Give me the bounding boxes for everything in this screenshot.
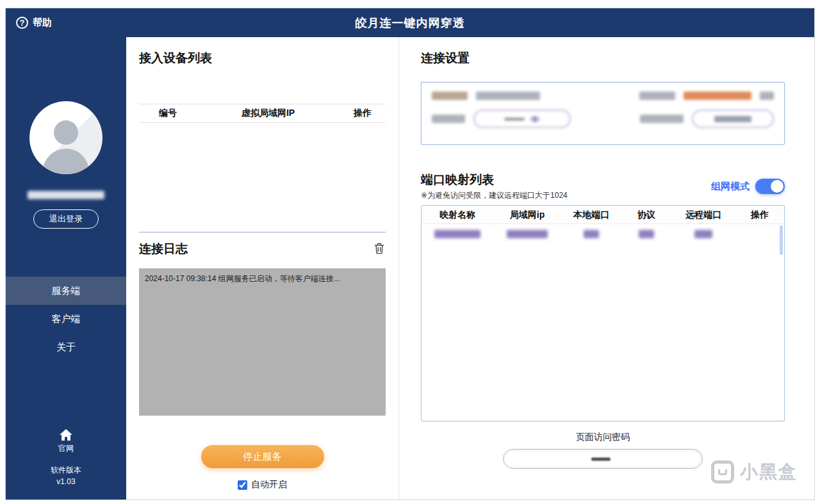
mapping-row-redacted[interactable] bbox=[422, 224, 784, 243]
autostart-row: 自动开启 bbox=[139, 479, 386, 491]
connection-row bbox=[432, 110, 774, 128]
eye-icon[interactable] bbox=[530, 115, 540, 123]
port-mapping-note: ※为避免访问受限，建议远程端口大于1024 bbox=[421, 190, 568, 201]
log-title: 连接日志 bbox=[139, 241, 188, 257]
page-password-label: 页面访问密码 bbox=[421, 432, 785, 443]
redacted-value bbox=[476, 92, 540, 100]
help-label: 帮助 bbox=[33, 17, 52, 29]
port-mapping-title: 端口映射列表 bbox=[421, 172, 568, 188]
devices-table-header: 编号 虚拟局域网IP 操作 bbox=[139, 104, 386, 123]
watermark-text: 小黑盒 bbox=[740, 460, 798, 484]
watermark: 小黑盒 bbox=[711, 460, 798, 484]
sidebar-item-server[interactable]: 服务端 bbox=[6, 277, 126, 305]
help-icon: ? bbox=[16, 17, 28, 29]
user-avatar bbox=[29, 101, 102, 174]
redacted-cell bbox=[639, 230, 654, 238]
version-label: 软件版本 bbox=[51, 464, 81, 476]
devices-col-ip: 虚拟局域网IP bbox=[197, 108, 340, 119]
devices-col-actions: 操作 bbox=[340, 108, 386, 119]
log-header: 连接日志 bbox=[139, 241, 386, 257]
version-block: 软件版本 v1.03 bbox=[51, 464, 81, 488]
devices-title: 接入设备列表 bbox=[139, 50, 386, 67]
home-icon bbox=[59, 428, 73, 441]
section-divider bbox=[139, 232, 386, 232]
avatar-shoulders-icon bbox=[43, 149, 89, 174]
redacted-value bbox=[760, 92, 774, 100]
app-window: ? 帮助 皎月连一键内网穿透 退出登录 服务端 客户端 关于 bbox=[5, 8, 815, 500]
stop-service-button[interactable]: 停止服务 bbox=[201, 445, 324, 468]
redacted-label bbox=[639, 92, 675, 100]
sidebar-bottom: 官网 软件版本 v1.03 bbox=[6, 428, 126, 500]
port-mapping-header: 端口映射列表 ※为避免访问受限，建议远程端口大于1024 组网模式 bbox=[421, 172, 785, 201]
version-value: v1.03 bbox=[51, 476, 81, 488]
help-button[interactable]: ? 帮助 bbox=[16, 17, 52, 29]
map-col-lan-ip: 局域网ip bbox=[493, 206, 561, 224]
sidebar-nav: 服务端 客户端 关于 bbox=[6, 277, 126, 361]
autostart-label: 自动开启 bbox=[251, 479, 287, 491]
right-panel: 连接设置 bbox=[399, 37, 814, 500]
redacted-label bbox=[432, 115, 465, 123]
website-label: 官网 bbox=[58, 443, 74, 454]
redacted-cell bbox=[507, 230, 548, 238]
devices-table: 编号 虚拟局域网IP 操作 bbox=[139, 104, 386, 232]
redacted-label bbox=[640, 115, 684, 123]
redacted-password-dots bbox=[504, 118, 525, 120]
redacted-cell bbox=[434, 230, 480, 238]
redacted-value bbox=[714, 116, 751, 122]
trash-icon bbox=[374, 243, 384, 254]
titlebar: ? 帮助 皎月连一键内网穿透 bbox=[6, 8, 814, 37]
log-entry: 2024-10-17 09:38:14 组网服务已启动，等待客户端连接... bbox=[145, 273, 380, 284]
redacted-cell bbox=[584, 230, 599, 238]
map-col-actions: 操作 bbox=[735, 206, 784, 224]
middle-panel: 接入设备列表 编号 虚拟局域网IP 操作 连接日志 bbox=[126, 37, 399, 500]
devices-col-id: 编号 bbox=[139, 108, 197, 119]
network-mode-group: 组网模式 bbox=[711, 179, 785, 194]
sidebar-item-label: 服务端 bbox=[52, 285, 81, 297]
port-mapping-table-header: 映射名称 局域网ip 本地端口 协议 远程端口 操作 bbox=[422, 206, 784, 224]
devices-table-body-empty bbox=[139, 123, 386, 232]
port-mapping-table: 映射名称 局域网ip 本地端口 协议 远程端口 操作 bbox=[421, 205, 785, 421]
toggle-knob bbox=[771, 180, 783, 193]
connection-port-input[interactable] bbox=[692, 110, 774, 128]
sidebar-item-client[interactable]: 客户端 bbox=[6, 305, 126, 333]
clear-log-button[interactable] bbox=[373, 241, 386, 257]
redacted-value bbox=[684, 92, 751, 100]
heybox-logo-icon bbox=[711, 460, 734, 484]
connection-settings-panel bbox=[421, 82, 785, 145]
redacted-password-value bbox=[591, 457, 611, 460]
logout-button[interactable]: 退出登录 bbox=[33, 209, 99, 229]
app-title: 皎月连一键内网穿透 bbox=[6, 15, 814, 31]
map-col-local: 本地端口 bbox=[561, 206, 621, 224]
connection-password-input[interactable] bbox=[473, 110, 571, 128]
map-col-name: 映射名称 bbox=[422, 206, 493, 224]
connection-row bbox=[432, 92, 774, 100]
map-col-protocol: 协议 bbox=[621, 206, 671, 224]
map-col-remote: 远程端口 bbox=[671, 206, 735, 224]
connection-settings-redacted bbox=[432, 92, 774, 128]
sidebar-item-label: 客户端 bbox=[52, 313, 81, 325]
redacted-label bbox=[432, 92, 468, 100]
sidebar: 退出登录 服务端 客户端 关于 官网 bbox=[6, 37, 126, 500]
scrollbar-thumb[interactable] bbox=[780, 225, 783, 255]
network-mode-toggle[interactable] bbox=[755, 179, 785, 194]
connection-settings-title: 连接设置 bbox=[421, 50, 785, 67]
autostart-checkbox[interactable] bbox=[238, 480, 247, 490]
website-link[interactable]: 官网 bbox=[58, 428, 74, 454]
sidebar-item-about[interactable]: 关于 bbox=[6, 333, 126, 361]
username-text-redacted bbox=[28, 191, 104, 199]
avatar-head-icon bbox=[54, 120, 78, 145]
sidebar-item-label: 关于 bbox=[56, 341, 76, 354]
redacted-cell bbox=[694, 230, 712, 238]
network-mode-label: 组网模式 bbox=[711, 181, 750, 193]
log-area: 2024-10-17 09:38:14 组网服务已启动，等待客户端连接... bbox=[139, 268, 386, 416]
page-password-input[interactable] bbox=[503, 449, 703, 469]
